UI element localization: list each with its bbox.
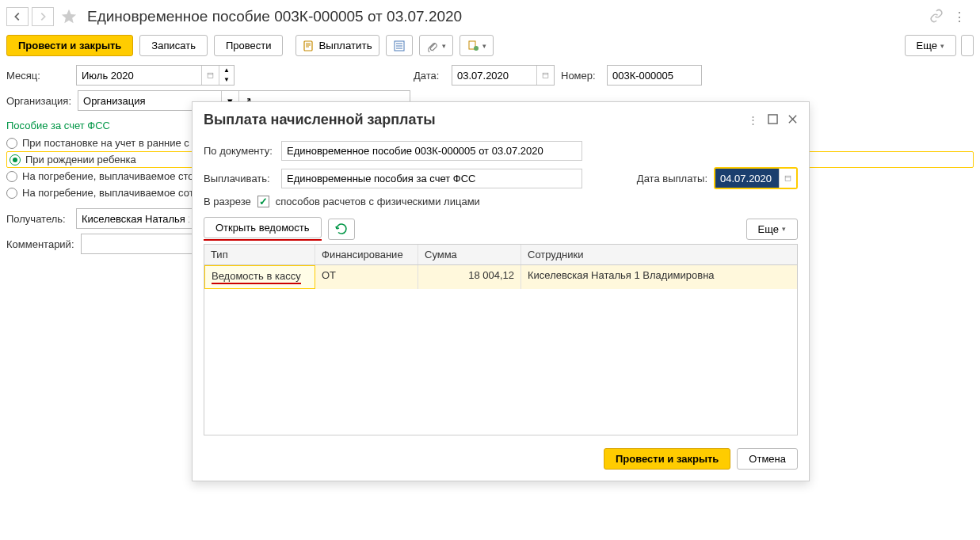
dlg-slice-text: способов расчетов с физическими лицами [276, 196, 480, 207]
date-label: Дата: [414, 70, 445, 82]
dlg-more-button[interactable]: Еще [746, 219, 798, 240]
number-label: Номер: [561, 70, 601, 82]
kebab-icon[interactable]: ⋮ [953, 10, 966, 25]
print-icon-button[interactable]: ▾ [459, 35, 494, 56]
comment-input[interactable] [81, 234, 200, 254]
dlg-pay-input[interactable] [281, 169, 582, 188]
refresh-button[interactable] [328, 219, 355, 240]
recipient-label: Получатель: [6, 213, 70, 225]
dialog-kebab-icon[interactable]: ⋮ [748, 114, 758, 126]
dlg-slice-checkbox[interactable] [257, 196, 269, 207]
month-label: Месяц: [6, 70, 70, 82]
dialog-close-icon[interactable] [787, 114, 798, 127]
dlg-doc-input[interactable] [281, 141, 582, 161]
calendar-icon[interactable] [779, 169, 796, 188]
dialog-maximize-icon[interactable] [768, 114, 778, 127]
dlg-doc-label: По документу: [204, 145, 275, 157]
svg-rect-7 [785, 176, 791, 181]
th-sum[interactable]: Сумма [418, 245, 521, 257]
svg-rect-6 [768, 114, 777, 123]
list-icon-button[interactable] [386, 35, 413, 56]
pay-button[interactable]: Выплатить [296, 35, 379, 56]
page-title: Единовременное пособие 003К-000005 от 03… [87, 8, 462, 25]
spin-up[interactable]: ▲ [219, 66, 234, 75]
post-button[interactable]: Провести [214, 35, 284, 56]
save-button[interactable]: Записать [139, 35, 208, 56]
payout-dialog: Выплата начисленной зарплаты ⋮ По докуме… [192, 101, 810, 257]
comment-label: Комментарий: [6, 238, 74, 250]
th-type[interactable]: Тип [204, 245, 315, 257]
back-button[interactable] [6, 7, 29, 26]
main-toolbar: Провести и закрыть Записать Провести Вып… [0, 33, 980, 63]
dlg-paydate-label: Дата выплаты: [637, 173, 707, 184]
sheet-table: Тип Финансирование Сумма Сотрудники Ведо… [204, 244, 798, 257]
dlg-pay-label: Выплачивать: [204, 173, 275, 184]
more-button[interactable]: Еще [905, 35, 956, 56]
svg-rect-5 [543, 73, 548, 78]
svg-rect-0 [304, 41, 312, 51]
number-input[interactable] [607, 65, 702, 86]
calendar-icon[interactable] [201, 66, 219, 85]
th-fin[interactable]: Финансирование [315, 245, 418, 257]
link-icon[interactable] [929, 9, 944, 25]
open-sheet-button[interactable]: Открыть ведомость [204, 217, 322, 238]
dlg-paydate-input[interactable] [714, 167, 798, 189]
attachment-icon-button[interactable]: ▾ [419, 35, 453, 56]
title-bar: Единовременное пособие 003К-000005 от 03… [0, 0, 980, 33]
th-emp[interactable]: Сотрудники [521, 245, 797, 257]
forward-button[interactable] [32, 7, 54, 26]
post-and-close-button[interactable]: Провести и закрыть [6, 35, 133, 56]
dlg-slice-label: В разрезе [204, 196, 251, 207]
svg-point-3 [474, 46, 479, 51]
date-input[interactable] [452, 65, 555, 86]
spin-down[interactable]: ▼ [219, 75, 234, 85]
recipient-input[interactable] [76, 208, 195, 229]
month-input[interactable]: ▲ ▼ [76, 65, 235, 86]
dialog-title: Выплата начисленной зарплаты [204, 112, 436, 128]
favorite-star-icon[interactable] [60, 8, 78, 25]
org-label: Организация: [6, 95, 71, 107]
calendar-icon[interactable] [536, 66, 554, 85]
svg-rect-4 [208, 73, 213, 78]
help-button[interactable] [961, 35, 974, 56]
